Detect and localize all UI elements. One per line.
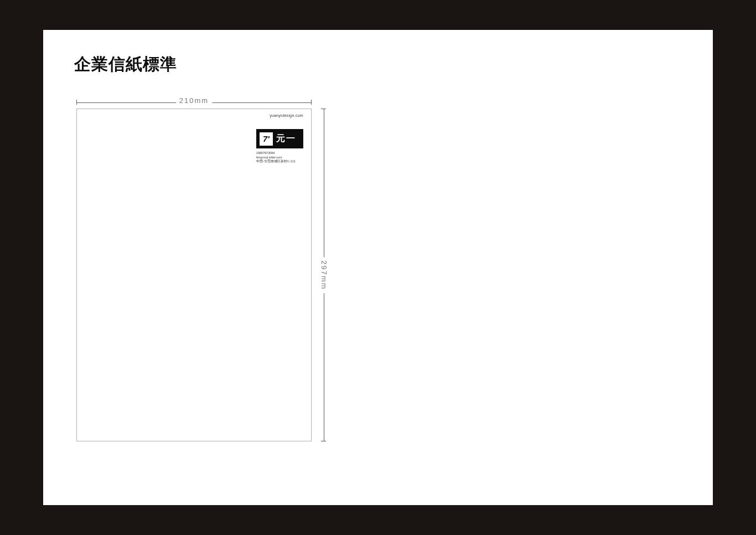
height-dimension: 297mm [319,109,329,441]
page-title: 企業信紙標準 [74,53,177,76]
logo-text: 元一 [276,133,296,145]
specification-page: 企業信紙標準 210mm yuanyidesign.com 7' 元一 1580… [43,30,713,505]
website-url: yuanyidesign.com [270,114,303,117]
logo-block: 7' 元一 [256,129,303,148]
width-dimension-label: 210mm [176,96,212,105]
letterhead-paper: yuanyidesign.com 7' 元一 15807673064 feng-… [76,109,312,441]
contact-info: 15807673064 feng-nuji.lofter.com 中国-东莞南城… [256,151,303,164]
width-dimension: 210mm [76,97,312,107]
height-dimension-label: 297mm [320,257,328,293]
logo-mark: 7' [260,132,273,146]
contact-phone: 15807673064 [256,151,303,156]
letterhead-container: 210mm yuanyidesign.com 7' 元一 15807673064… [76,97,312,441]
contact-address: 中国-东莞南城区新村C-111 [256,160,303,164]
